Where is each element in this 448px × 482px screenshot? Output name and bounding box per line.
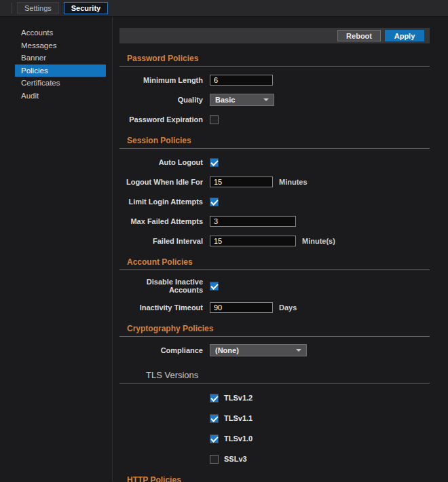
tlsv1-2-checkbox[interactable] (210, 394, 219, 403)
compliance-selected-value: (None) (215, 346, 239, 354)
max-failed-row: Max Failed Attempts (119, 215, 430, 227)
auto-logout-row: Auto Logout (119, 156, 430, 168)
sslv3-checkbox[interactable] (210, 455, 219, 464)
logout-idle-row: Logout When Idle For Minutes (119, 176, 430, 188)
max-failed-input[interactable] (210, 216, 296, 227)
sidebar-item-accounts[interactable]: Accounts (15, 26, 106, 39)
compliance-label: Compliance (119, 346, 203, 354)
tlsv1-1-checkbox[interactable] (210, 414, 219, 423)
chevron-down-icon (296, 349, 301, 352)
compliance-row: Compliance (None) (119, 344, 430, 356)
section-divider (119, 270, 430, 270)
tlsv1-0-row: TLSv1.0 (119, 432, 430, 445)
failed-interval-row: Failed Interval Minute(s) (119, 235, 430, 247)
section-password-policies: Password Policies Minimum Length Quality… (119, 54, 430, 126)
action-toolbar: Reboot Apply (119, 28, 430, 43)
logout-idle-unit: Minutes (279, 178, 307, 186)
tlsv1-1-row: TLSv1.1 (119, 412, 430, 424)
sidebar-item-banner[interactable]: Banner (15, 52, 106, 64)
section-cryptography-policies: Cryptography Policies Compliance (None) … (119, 324, 430, 465)
section-account-policies: Account Policies Disable Inactive Accoun… (119, 257, 430, 314)
section-http-policies: HTTP Policies Strict Transport Security (119, 475, 430, 482)
minimum-length-input[interactable] (210, 75, 273, 86)
quality-selected-value: Basic (215, 96, 235, 104)
compliance-select[interactable]: (None) (210, 344, 307, 356)
reboot-button[interactable]: Reboot (337, 30, 381, 41)
sidebar: Accounts Messages Banner Policies Certif… (0, 17, 113, 481)
quality-select[interactable]: Basic (210, 94, 274, 106)
cryptography-policies-title: Cryptography Policies (127, 324, 430, 333)
sslv3-row: SSLv3 (119, 453, 430, 465)
account-policies-title: Account Policies (127, 257, 430, 267)
apply-button[interactable]: Apply (385, 30, 424, 41)
inactivity-timeout-input[interactable] (210, 302, 273, 313)
logout-idle-label: Logout When Idle For (119, 178, 203, 186)
disable-inactive-label: Disable Inactive Accounts (119, 278, 203, 294)
quality-row: Quality Basic (119, 94, 430, 106)
sidebar-item-certificates[interactable]: Certificates (15, 77, 106, 90)
failed-interval-unit: Minute(s) (302, 237, 335, 245)
tls-versions-title: TLS Versions (146, 370, 430, 380)
limit-login-label: Limit Login Attempts (119, 198, 203, 206)
tlsv1-2-row: TLSv1.2 (119, 392, 430, 404)
tlsv1-0-checkbox[interactable] (210, 434, 219, 443)
quality-label: Quality (119, 96, 203, 104)
limit-login-checkbox[interactable] (210, 198, 219, 206)
http-policies-title: HTTP Policies (127, 475, 430, 482)
top-tab-bar: Settings Security (0, 0, 448, 17)
disable-inactive-row: Disable Inactive Accounts (119, 278, 430, 294)
topbar-divider (12, 3, 12, 14)
inactivity-timeout-row: Inactivity Timeout Days (119, 301, 430, 314)
password-expiration-checkbox[interactable] (210, 115, 219, 124)
minimum-length-row: Minimum Length (119, 74, 430, 86)
auto-logout-label: Auto Logout (119, 158, 203, 166)
tab-settings[interactable]: Settings (17, 2, 59, 14)
max-failed-label: Max Failed Attempts (119, 217, 203, 225)
password-expiration-label: Password Expiration (119, 115, 203, 124)
section-divider (119, 148, 430, 149)
session-policies-title: Session Policies (127, 136, 430, 145)
sidebar-item-policies[interactable]: Policies (15, 64, 106, 77)
main-panel: Reboot Apply Password Policies Minimum L… (113, 17, 448, 481)
failed-interval-input[interactable] (210, 236, 296, 246)
tlsv1-1-label: TLSv1.1 (224, 414, 253, 422)
limit-login-row: Limit Login Attempts (119, 196, 430, 208)
auto-logout-checkbox[interactable] (210, 158, 219, 167)
tab-security[interactable]: Security (64, 2, 108, 14)
logout-idle-input[interactable] (210, 177, 273, 187)
disable-inactive-checkbox[interactable] (210, 282, 219, 291)
section-session-policies: Session Policies Auto Logout Logout When… (119, 136, 430, 247)
inactivity-timeout-unit: Days (279, 303, 297, 312)
section-divider (119, 336, 430, 337)
sidebar-item-audit[interactable]: Audit (15, 90, 106, 103)
minimum-length-label: Minimum Length (119, 76, 203, 84)
tlsv1-2-label: TLSv1.2 (224, 394, 253, 402)
sslv3-label: SSLv3 (224, 455, 247, 463)
tls-divider (119, 383, 430, 384)
sidebar-item-messages[interactable]: Messages (15, 39, 106, 52)
chevron-down-icon (263, 98, 269, 101)
tlsv1-0-label: TLSv1.0 (224, 434, 253, 443)
password-expiration-row: Password Expiration (119, 113, 430, 126)
section-divider (119, 66, 430, 67)
failed-interval-label: Failed Interval (119, 237, 203, 245)
password-policies-title: Password Policies (127, 54, 430, 63)
inactivity-timeout-label: Inactivity Timeout (119, 303, 203, 312)
